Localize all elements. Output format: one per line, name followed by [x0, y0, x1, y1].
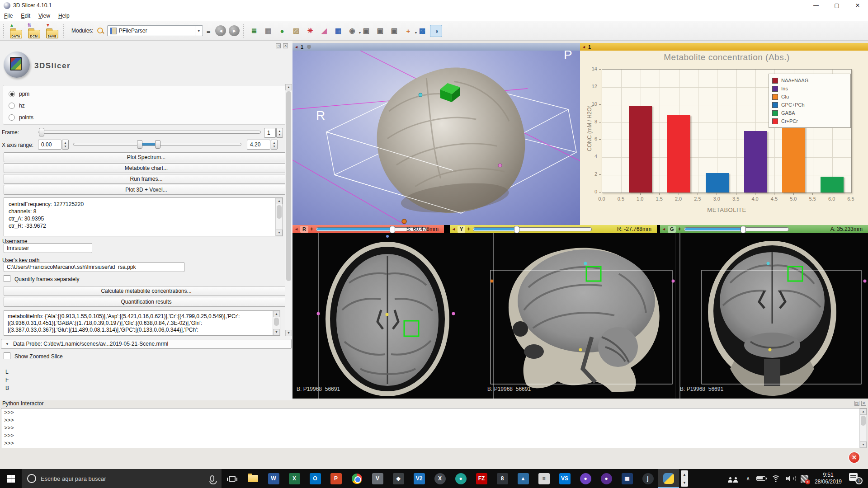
collapse-arrow-icon[interactable]: ◄: [452, 227, 456, 231]
frame-value[interactable]: 1: [264, 128, 276, 138]
xaxis-max-spin-arrows[interactable]: ▲▼: [271, 140, 278, 150]
pycharm-icon[interactable]: ●: [596, 469, 617, 488]
metabolite-box-scrollbar[interactable]: ▲ ▼: [273, 311, 280, 335]
crosshair-icon[interactable]: +: [467, 226, 470, 232]
metabolite-info-box[interactable]: ▲ ▼ metaboliteInfo: {'Ala':[(0.913,1.55,…: [4, 310, 280, 336]
crosshair-icon[interactable]: +: [678, 226, 681, 232]
taskbar-search[interactable]: Escribe aquí para buscar: [22, 469, 222, 488]
unit-radio-ppm[interactable]: ppm: [9, 90, 29, 98]
sync-error-icon[interactable]: [801, 475, 808, 483]
chrome-icon[interactable]: [346, 469, 367, 488]
notification-close-icon[interactable]: ✕: [848, 451, 860, 464]
load-dicom-button[interactable]: ⇅DCM: [26, 23, 42, 38]
green-slice-slider[interactable]: [684, 227, 789, 231]
run-frames-button[interactable]: Run frames...: [4, 174, 289, 184]
powerpoint-icon[interactable]: P: [326, 469, 346, 488]
frame-spin-arrows[interactable]: ▲▼: [276, 128, 283, 138]
keypath-field[interactable]: C:\Users\FranciscoMarcano\.ssh\fmrsiuser…: [4, 262, 184, 272]
layout-selector-icon[interactable]: ▦: [332, 25, 344, 37]
python-console[interactable]: ▲ ▼ >>>>>>>>>>>>>>>: [1, 408, 867, 448]
volume-icon[interactable]: [786, 475, 795, 482]
wifi-icon[interactable]: [771, 475, 780, 482]
chevron-down-icon[interactable]: ▼: [195, 26, 203, 36]
unit-radio-points[interactable]: points: [9, 113, 33, 122]
xaxis-max-value[interactable]: 4.20: [247, 140, 270, 150]
pin-icon[interactable]: [306, 44, 312, 50]
view3d-scene[interactable]: R P: [292, 51, 580, 225]
modules-tree-icon[interactable]: ≣: [248, 25, 260, 37]
frame-slider-handle[interactable]: [39, 128, 44, 136]
maximize-button[interactable]: ▢: [826, 0, 847, 11]
collapse-arrow-icon[interactable]: ◄: [662, 227, 666, 231]
module-selector[interactable]: PFileParser ▼: [107, 25, 203, 36]
crosshair-icon[interactable]: +: [310, 226, 313, 232]
menu-edit[interactable]: Edit: [17, 11, 34, 20]
outlook-icon[interactable]: O: [305, 469, 326, 488]
close-button[interactable]: ✕: [847, 0, 868, 11]
menu-file[interactable]: File: [0, 11, 17, 20]
brain-module-icon[interactable]: ●: [276, 25, 288, 37]
filezilla-icon[interactable]: FZ: [471, 469, 492, 488]
data-probe-header[interactable]: ▼ Data Probe: C:/dev/1.namic/scenes/av..…: [1, 339, 292, 349]
markups-module-icon[interactable]: ✳: [304, 25, 316, 37]
red-slice-slider-handle[interactable]: [390, 226, 395, 233]
xaxis-min-spin-arrows[interactable]: ▲▼: [62, 140, 69, 150]
yellow-slice-slider[interactable]: [473, 227, 592, 231]
transforms-module-icon[interactable]: ▨: [290, 25, 302, 37]
menu-help[interactable]: Help: [54, 11, 74, 20]
softphone-icon[interactable]: X: [429, 469, 450, 488]
action-center-icon[interactable]: 1: [849, 473, 863, 484]
eight-app-icon[interactable]: 8: [492, 469, 513, 488]
collapse-arrow-icon[interactable]: ◄: [294, 45, 298, 49]
plot-3d-voxel-button[interactable]: Plot 3D + Voxel...: [4, 185, 289, 195]
xaxis-min-value[interactable]: 0.00: [38, 140, 61, 150]
xaxis-range-handle-min[interactable]: [137, 140, 142, 149]
python-close-icon[interactable]: ✕: [861, 401, 866, 406]
file-explorer-icon[interactable]: [242, 469, 263, 488]
panel-scrollbar[interactable]: ▲ ▼: [285, 84, 292, 336]
plot-spectrum-button[interactable]: Plot Spectrum...: [4, 152, 289, 162]
yellow-slice-controller[interactable]: ◄ Y + R: -27.768mm: [450, 225, 657, 233]
axial-slice-view[interactable]: B: P19968_56691: [292, 233, 483, 399]
load-data-button[interactable]: ▲DATA: [8, 23, 24, 38]
tray-chevron-icon[interactable]: ∧: [746, 475, 750, 482]
task-view-button[interactable]: [222, 469, 242, 488]
save-button[interactable]: ▼SAVE: [44, 23, 60, 38]
vscode-icon[interactable]: VS: [554, 469, 575, 488]
excel-icon[interactable]: X: [284, 469, 305, 488]
view3d-header[interactable]: ◄ 1: [292, 43, 580, 51]
module-search-icon[interactable]: [96, 27, 104, 35]
frame-slider[interactable]: [38, 131, 261, 134]
coronal-slice-view[interactable]: B: P19968_56691: [675, 233, 868, 399]
scene-view-icon[interactable]: ▣: [374, 25, 386, 37]
quantify-checkbox[interactable]: [4, 275, 10, 282]
clock[interactable]: 9:51 28/06/2019: [815, 472, 842, 485]
menu-view[interactable]: View: [34, 11, 54, 20]
battery-icon[interactable]: [756, 476, 765, 481]
jabber-icon[interactable]: j: [637, 469, 658, 488]
remote-desktop-icon[interactable]: ▦: [617, 469, 637, 488]
editor-module-icon[interactable]: ◢: [318, 25, 330, 37]
collapse-arrow-icon[interactable]: ◄: [582, 45, 586, 49]
slicer-app-icon[interactable]: [658, 469, 679, 488]
panel-close-icon[interactable]: ✕: [283, 43, 288, 48]
show-zoomed-checkbox[interactable]: [4, 352, 10, 359]
python-console-scrollbar[interactable]: ▲ ▼: [859, 408, 867, 448]
paint-app-icon[interactable]: ▲: [513, 469, 533, 488]
quantification-results-button[interactable]: Quantification results: [4, 297, 289, 307]
dark-app-icon[interactable]: ◆: [388, 469, 409, 488]
calculate-metabolite-concentrations-button[interactable]: Calculate metabolite concentrations...: [4, 286, 289, 296]
taskbar-overflow-scroll[interactable]: ▲▼: [681, 470, 688, 487]
green-slice-controller[interactable]: ◄ G + A: 35.233mm: [660, 225, 868, 233]
capture-icon[interactable]: ▣: [388, 25, 400, 37]
module-menu-icon[interactable]: ≡: [207, 27, 211, 35]
collapse-arrow-icon[interactable]: ◄: [294, 227, 298, 231]
word-icon[interactable]: W: [263, 469, 284, 488]
crosshair-icon[interactable]: +▼: [402, 25, 414, 37]
history-back-button[interactable]: ◄: [215, 25, 226, 36]
meeting-app-icon[interactable]: ●: [450, 469, 471, 488]
python-undock-icon[interactable]: ◳: [854, 401, 859, 406]
metabolite-chart-button[interactable]: Metabolite chart...: [4, 163, 289, 173]
v2-app-icon[interactable]: V2: [409, 469, 429, 488]
xaxis-range-slider[interactable]: [73, 143, 241, 146]
